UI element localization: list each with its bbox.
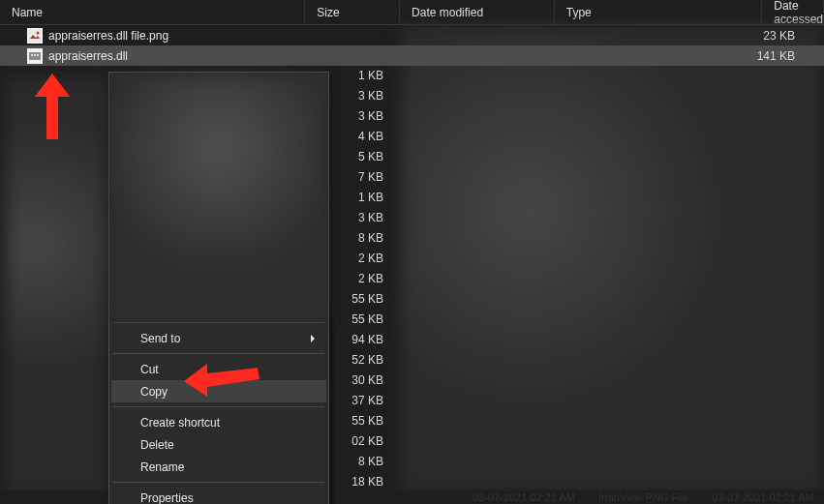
menu-item-label: Copy (140, 385, 168, 399)
menu-item-label: Send to (140, 332, 180, 345)
status-text: 03-07-2021 02:21 AM (473, 491, 575, 503)
menu-item-send-to[interactable]: Send to (111, 327, 326, 349)
file-explorer: Name Size Date modified Type Date access… (0, 0, 824, 504)
svg-rect-6 (34, 54, 36, 56)
file-name: appraiserres.dll (48, 49, 128, 63)
column-header-size[interactable]: Size (305, 0, 400, 24)
table-row[interactable]: appraiserres.dll 141 KB (0, 45, 824, 66)
column-header-type[interactable]: Type (555, 0, 763, 24)
chevron-right-icon (309, 332, 317, 345)
file-name: appraiserres.dll file.png (48, 29, 168, 43)
svg-rect-7 (37, 54, 39, 56)
menu-separator (113, 322, 324, 323)
column-header-name[interactable]: Name (0, 0, 305, 24)
status-text: 03-07-2021 02:21 AM (712, 491, 814, 503)
svg-rect-5 (31, 54, 33, 56)
column-header-date-accessed[interactable]: Date accessed (762, 0, 824, 24)
table-row[interactable]: appraiserres.dll file.png 23 KB (0, 25, 824, 45)
menu-item-label: Cut (140, 363, 159, 376)
svg-rect-1 (28, 29, 42, 43)
menu-item-create-shortcut[interactable]: Create shortcut (111, 411, 326, 433)
file-size: 23 KB (717, 29, 812, 43)
column-header-date-modified[interactable]: Date modified (400, 0, 555, 24)
context-menu: Send to Cut Copy Create shortcut Delete … (108, 72, 329, 504)
menu-item-label: Properties (140, 491, 194, 505)
menu-separator (113, 353, 324, 354)
menu-item-label: Delete (140, 438, 174, 452)
context-menu-blurred-top (113, 76, 324, 318)
status-text: IrfanView PNG File (598, 491, 688, 503)
menu-item-label: Create shortcut (140, 416, 220, 430)
menu-item-rename[interactable]: Rename (111, 456, 326, 478)
menu-separator (113, 406, 324, 407)
svg-point-2 (37, 31, 40, 34)
menu-item-properties[interactable]: Properties (111, 487, 326, 504)
file-size: 141 KB (717, 49, 812, 63)
column-headers: Name Size Date modified Type Date access… (0, 0, 824, 25)
image-icon (27, 28, 43, 44)
menu-item-copy[interactable]: Copy (111, 380, 326, 402)
menu-separator (113, 482, 324, 483)
menu-item-cut[interactable]: Cut (111, 358, 326, 380)
menu-item-label: Rename (140, 460, 184, 474)
dll-icon (27, 48, 43, 64)
menu-item-delete[interactable]: Delete (111, 433, 326, 456)
